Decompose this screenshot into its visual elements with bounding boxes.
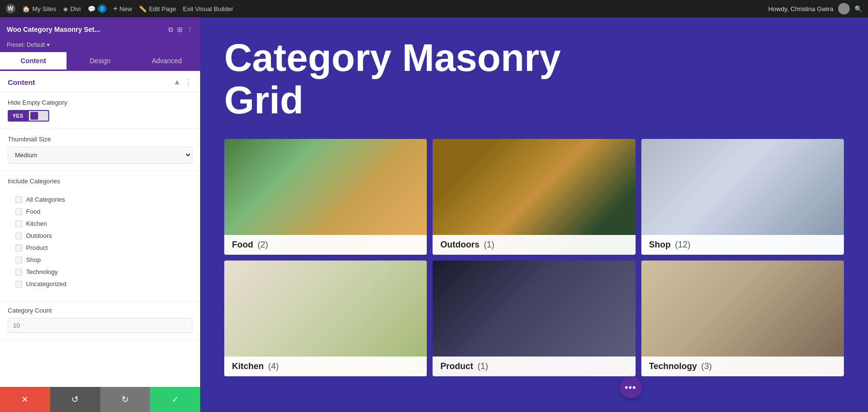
category-item-technology[interactable]: Technology [15, 266, 185, 278]
preset-row[interactable]: Preset: Default ▾ [0, 41, 200, 52]
thumbnail-size-select[interactable]: Medium Thumbnail Large Full [8, 147, 192, 164]
shop-count: (12) [675, 240, 691, 249]
sidebar-title: Woo Category Masonry Set... [7, 26, 168, 33]
masonry-grid: Food (2) Outdoors (1) Shop (12) Kitch [224, 139, 844, 376]
grid-cell-product[interactable]: Product (1) [433, 261, 635, 376]
toggle-yes-label: YES [8, 110, 28, 122]
dots-icon[interactable]: ⋮ [187, 26, 193, 34]
category-count-input[interactable] [8, 318, 192, 333]
grid-cell-kitchen-label: Kitchen (4) [224, 357, 427, 376]
category-item-all[interactable]: All Categories [15, 193, 185, 206]
undo-icon: ↺ [71, 394, 79, 405]
fab-icon: ••• [624, 382, 636, 393]
category-checkbox-outdoors[interactable] [15, 233, 22, 239]
admin-bar-left: W 🏠 My Sites ◈ Divi 💬 0 + New ✏️ Edit Pa… [6, 4, 760, 14]
save-button[interactable]: ✓ [150, 387, 200, 412]
outdoors-name: Outdoors [440, 240, 479, 249]
tab-design[interactable]: Design [67, 52, 133, 71]
category-label-technology: Technology [26, 268, 58, 275]
tabs: Content Design Advanced [0, 52, 200, 71]
edit-page-label: Edit Page [149, 5, 176, 13]
redo-button[interactable]: ↻ [100, 387, 150, 412]
undo-button[interactable]: ↺ [50, 387, 100, 412]
category-checkbox-food[interactable] [15, 208, 22, 215]
user-avatar[interactable] [838, 3, 850, 14]
my-sites-label: My Sites [32, 5, 56, 13]
page-title-line1: Category Masonry [224, 36, 561, 79]
section-more-icon[interactable]: ⋮ [185, 78, 192, 87]
main-layout: Woo Category Masonry Set... ⧉ ⊞ ⋮ Preset… [0, 17, 868, 412]
category-item-uncategorized[interactable]: Uncategorized [15, 278, 185, 290]
product-count: (1) [477, 361, 488, 371]
page-title: Category Masonry Grid [224, 37, 844, 122]
sidebar: Woo Category Masonry Set... ⧉ ⊞ ⋮ Preset… [0, 17, 200, 412]
grid-cell-technology[interactable]: Technology (3) [641, 261, 844, 376]
category-label-kitchen: Kitchen [26, 220, 47, 227]
section-icons: ▲ ⋮ [173, 78, 192, 87]
category-checkbox-kitchen[interactable] [15, 220, 22, 227]
divi-icon: ◈ [63, 5, 68, 13]
admin-bar-right: Howdy, Christina Gwira 🔍 [768, 3, 862, 14]
save-icon: ✓ [172, 394, 179, 405]
grid-cell-outdoors-label: Outdoors (1) [433, 235, 635, 255]
categories-list: All Categories Food Kitchen Outdoors [8, 189, 192, 295]
page-title-line2: Grid [224, 79, 303, 122]
category-checkbox-shop[interactable] [15, 257, 22, 263]
exit-builder-item[interactable]: Exit Visual Builder [183, 5, 233, 13]
food-name: Food [232, 240, 253, 249]
sidebar-header: Woo Category Masonry Set... ⧉ ⊞ ⋮ [0, 17, 200, 41]
category-checkbox-product[interactable] [15, 245, 22, 251]
my-sites-item[interactable]: 🏠 My Sites [22, 5, 56, 13]
collapse-icon[interactable]: ▲ [173, 78, 181, 87]
technology-count: (3) [701, 361, 712, 371]
shop-name: Shop [649, 240, 671, 249]
preset-label: Preset: Default [7, 41, 45, 48]
category-checkbox-all[interactable] [15, 196, 22, 203]
category-checkbox-uncategorized[interactable] [15, 281, 22, 288]
toggle-wrapper: YES [8, 110, 192, 122]
edit-page-item[interactable]: ✏️ Edit Page [139, 5, 176, 13]
category-item-shop[interactable]: Shop [15, 254, 185, 266]
grid-cell-shop[interactable]: Shop (12) [641, 139, 844, 255]
include-categories-field: Include Categories All Categories Food K… [0, 171, 200, 302]
section-title: Content [8, 78, 35, 86]
fab-button[interactable]: ••• [620, 376, 642, 398]
window-icon[interactable]: ⧉ [168, 26, 173, 34]
category-item-product[interactable]: Product [15, 242, 185, 254]
category-label-food: Food [26, 208, 41, 215]
cancel-button[interactable]: ✕ [0, 387, 50, 412]
grid-cell-kitchen[interactable]: Kitchen (4) [224, 261, 427, 376]
category-item-food[interactable]: Food [15, 206, 185, 218]
canvas: Category Masonry Grid Food (2) Outdoors … [200, 17, 868, 412]
tab-advanced[interactable]: Advanced [134, 52, 200, 71]
wp-logo-item[interactable]: W [6, 4, 15, 14]
outdoors-count: (1) [484, 240, 494, 249]
tab-content-label: Content [21, 57, 46, 65]
divi-label: Divi [70, 5, 81, 13]
grid-cell-outdoors[interactable]: Outdoors (1) [433, 139, 635, 255]
category-checkbox-technology[interactable] [15, 269, 22, 275]
comments-item[interactable]: 💬 0 [88, 4, 107, 13]
category-count-label: Category Count [8, 307, 192, 314]
category-item-kitchen[interactable]: Kitchen [15, 218, 185, 230]
category-label-uncategorized: Uncategorized [26, 280, 67, 288]
edit-icon: ✏️ [139, 5, 147, 13]
thumbnail-size-label: Thumbnail Size [8, 136, 192, 143]
divi-item[interactable]: ◈ Divi [63, 5, 81, 13]
cancel-icon: ✕ [21, 394, 28, 405]
redo-icon: ↻ [122, 394, 129, 405]
grid-icon[interactable]: ⊞ [177, 26, 183, 34]
search-icon[interactable]: 🔍 [854, 5, 862, 13]
tab-design-label: Design [90, 57, 111, 65]
home-icon: 🏠 [22, 5, 30, 13]
technology-name: Technology [649, 361, 697, 371]
kitchen-name: Kitchen [232, 361, 264, 371]
new-button[interactable]: + New [113, 4, 132, 13]
hide-empty-toggle[interactable] [28, 110, 49, 122]
grid-cell-product-label: Product (1) [433, 357, 635, 376]
bottom-bar: ✕ ↺ ↻ ✓ [0, 387, 200, 412]
grid-cell-shop-label: Shop (12) [641, 235, 844, 255]
category-item-outdoors[interactable]: Outdoors [15, 230, 185, 242]
tab-content[interactable]: Content [0, 52, 67, 71]
grid-cell-food[interactable]: Food (2) [224, 139, 427, 255]
